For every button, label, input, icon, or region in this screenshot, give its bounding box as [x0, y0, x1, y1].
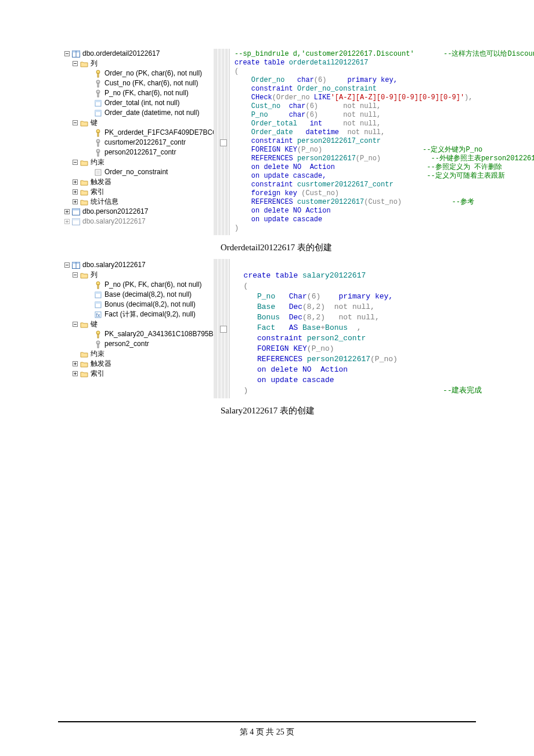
expand-icon[interactable]	[64, 219, 70, 225]
svg-rect-66	[98, 334, 99, 338]
keys-folder[interactable]: 键	[64, 118, 214, 128]
columns-folder[interactable]: 列	[64, 59, 214, 69]
table-node[interactable]: dbo.orderdetail20122617	[64, 49, 214, 59]
key-item[interactable]: person20122617_contr	[64, 147, 214, 157]
sql-editor-orderdetail[interactable]: --sp_bindrule d,'customer20122617.Discou…	[214, 49, 534, 235]
indexes-folder[interactable]: 索引	[64, 187, 214, 197]
constraints-folder[interactable]: 约束	[64, 349, 214, 359]
collapse-icon[interactable]	[72, 160, 78, 165]
table-node[interactable]: dbo.salary20122617	[64, 217, 214, 226]
table-icon	[72, 261, 80, 269]
pk-key-icon	[94, 330, 102, 339]
expand-icon[interactable]	[72, 371, 78, 377]
svg-rect-22	[98, 142, 99, 146]
folder-icon	[80, 198, 88, 206]
collapse-icon[interactable]	[72, 61, 78, 67]
code-gutter	[216, 49, 230, 235]
code-gutter	[216, 259, 230, 398]
code-content: --sp_bindrule d,'customer20122617.Discou…	[230, 49, 534, 235]
svg-rect-47	[73, 218, 80, 220]
folder-icon	[80, 360, 88, 368]
table-node[interactable]: dbo.person20122617	[64, 207, 214, 217]
folder-icon	[80, 188, 88, 196]
svg-rect-56	[98, 285, 99, 289]
folder-open-icon	[80, 60, 88, 68]
pk-key-icon	[94, 70, 102, 78]
svg-rect-68	[98, 344, 99, 348]
table-icon	[72, 208, 80, 216]
folder-icon	[80, 350, 88, 358]
collapse-icon[interactable]	[72, 120, 78, 126]
pk-key-icon	[94, 129, 102, 137]
folder-icon	[80, 370, 88, 378]
column-item[interactable]: Cust_no (FK, char(6), not null)	[64, 78, 214, 88]
expand-icon[interactable]	[72, 199, 78, 205]
computed-column-icon: fx	[94, 311, 102, 319]
column-icon	[94, 291, 102, 299]
fk-key-icon	[94, 139, 102, 147]
key-item[interactable]: PK_salary20_A341361C108B795B	[64, 329, 214, 339]
column-item[interactable]: P_no (FK, char(6), not null)	[64, 88, 214, 98]
collapse-icon[interactable]	[72, 322, 78, 327]
folder-open-icon	[80, 321, 88, 329]
collapse-icon[interactable]	[64, 51, 70, 57]
object-explorer-salary: dbo.salary20122617 列 P_no (PK, FK, char(…	[64, 259, 214, 379]
key-item[interactable]: PK_orderdet_F1FC3AF409DE7BCC	[64, 128, 214, 138]
caption-orderdetail: Orderdetail20122617 表的创建	[64, 242, 476, 253]
svg-rect-14	[95, 100, 101, 102]
fk-key-icon	[94, 80, 102, 88]
columns-folder[interactable]: 列	[64, 270, 214, 280]
folder-open-icon	[80, 119, 88, 127]
folder-open-icon	[80, 271, 88, 279]
constraints-folder[interactable]: 约束	[64, 157, 214, 167]
table-node[interactable]: dbo.salary20122617	[64, 260, 214, 270]
key-item[interactable]: person2_contr	[64, 339, 214, 349]
svg-rect-60	[95, 302, 101, 304]
svg-rect-42	[73, 208, 80, 210]
triggers-folder[interactable]: 触发器	[64, 359, 214, 369]
expand-icon[interactable]	[72, 189, 78, 195]
constraint-icon	[94, 168, 102, 177]
svg-rect-16	[95, 110, 101, 112]
column-item[interactable]: Bonus (decimal(8,2), not null)	[64, 300, 214, 309]
table-icon	[72, 50, 80, 58]
code-content: create table salary20122617 ( P_no Char(…	[230, 259, 486, 398]
object-explorer-orderdetail: dbo.orderdetail20122617 列 Order_no (PK, …	[64, 49, 214, 226]
table-icon	[72, 218, 80, 226]
collapse-icon[interactable]	[64, 262, 70, 268]
expand-icon[interactable]	[64, 209, 70, 215]
fk-key-icon	[94, 149, 102, 157]
folder-icon	[80, 178, 88, 186]
column-icon	[94, 109, 102, 117]
caption-salary: Salary20122617 表的创建	[64, 405, 476, 416]
svg-rect-20	[98, 132, 99, 136]
fk-key-icon	[94, 89, 102, 98]
column-item[interactable]: fxFact (计算, decimal(9,2), null)	[64, 309, 214, 319]
column-item[interactable]: Order_date (datetime, not null)	[64, 108, 214, 118]
svg-rect-24	[98, 152, 99, 156]
svg-text:fx: fx	[96, 312, 100, 318]
column-item[interactable]: P_no (PK, FK, char(6), not null)	[64, 280, 214, 290]
keys-folder[interactable]: 键	[64, 319, 214, 329]
key-item[interactable]: cusrtomer20122617_contr	[64, 138, 214, 147]
folder-open-icon	[80, 159, 88, 167]
column-item[interactable]: Order_total (int, not null)	[64, 98, 214, 108]
pk-key-icon	[94, 281, 102, 289]
triggers-folder[interactable]: 触发器	[64, 177, 214, 187]
stats-folder[interactable]: 统计信息	[64, 197, 214, 207]
column-icon	[94, 301, 102, 309]
constraint-item[interactable]: Order_no_constraint	[64, 167, 214, 177]
sql-editor-salary[interactable]: create table salary20122617 ( P_no Char(…	[214, 259, 486, 398]
svg-rect-28	[96, 171, 100, 174]
column-item[interactable]: Order_no (PK, char(6), not null)	[64, 69, 214, 78]
svg-rect-12	[98, 93, 99, 97]
collapse-icon[interactable]	[72, 272, 78, 278]
column-item[interactable]: Base (decimal(8,2), not null)	[64, 290, 214, 300]
footer-rule	[58, 721, 476, 722]
svg-rect-8	[98, 73, 99, 77]
column-icon	[94, 99, 102, 107]
page-footer: 第 4 页 共 25 页	[0, 727, 534, 737]
indexes-folder[interactable]: 索引	[64, 369, 214, 379]
expand-icon[interactable]	[72, 361, 78, 367]
expand-icon[interactable]	[72, 179, 78, 185]
